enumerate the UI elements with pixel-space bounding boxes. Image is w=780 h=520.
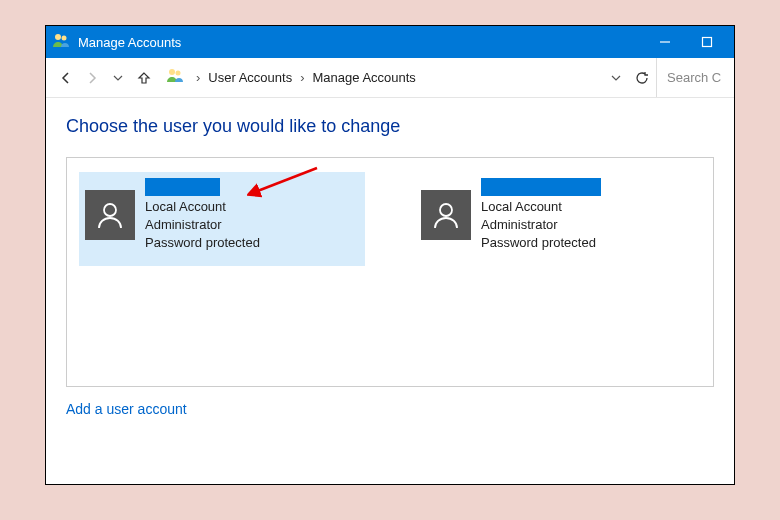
- titlebar: Manage Accounts: [46, 26, 734, 58]
- users-panel: Local Account Administrator Password pro…: [66, 157, 714, 387]
- window-title: Manage Accounts: [78, 35, 181, 50]
- address-dropdown-icon[interactable]: [604, 66, 628, 90]
- breadcrumb-user-accounts[interactable]: User Accounts: [208, 70, 292, 85]
- refresh-button[interactable]: [630, 66, 654, 90]
- svg-point-0: [55, 34, 61, 40]
- account-type: Local Account: [145, 198, 260, 216]
- account-role: Administrator: [481, 216, 601, 234]
- svg-point-7: [440, 204, 452, 216]
- avatar: [421, 190, 471, 240]
- user-details: Local Account Administrator Password pro…: [481, 178, 601, 260]
- navbar: › User Accounts › Manage Accounts Search…: [46, 58, 734, 98]
- search-input[interactable]: Search C: [656, 58, 726, 97]
- svg-point-4: [169, 69, 175, 75]
- user-tile[interactable]: Local Account Administrator Password pro…: [79, 172, 365, 266]
- back-button[interactable]: [54, 66, 78, 90]
- user-details: Local Account Administrator Password pro…: [145, 178, 260, 260]
- users-location-icon: [166, 67, 184, 88]
- chevron-right-icon: ›: [196, 70, 200, 85]
- svg-point-5: [176, 71, 181, 76]
- forward-button[interactable]: [80, 66, 104, 90]
- account-type: Local Account: [481, 198, 601, 216]
- avatar: [85, 190, 135, 240]
- maximize-button[interactable]: [686, 26, 728, 58]
- minimize-button[interactable]: [644, 26, 686, 58]
- chevron-right-icon: ›: [300, 70, 304, 85]
- user-name-redacted: [481, 178, 601, 196]
- password-status: Password protected: [481, 234, 601, 252]
- content-area: Choose the user you would like to change…: [46, 98, 734, 484]
- svg-point-1: [62, 35, 67, 40]
- account-role: Administrator: [145, 216, 260, 234]
- password-status: Password protected: [145, 234, 260, 252]
- up-button[interactable]: [132, 66, 156, 90]
- users-icon: [52, 32, 70, 53]
- user-tile[interactable]: Local Account Administrator Password pro…: [415, 172, 701, 266]
- page-title: Choose the user you would like to change: [66, 116, 714, 137]
- user-name-redacted: [145, 178, 220, 196]
- window: Manage Accounts ›: [45, 25, 735, 485]
- breadcrumb-manage-accounts[interactable]: Manage Accounts: [313, 70, 416, 85]
- svg-rect-3: [703, 38, 712, 47]
- svg-point-6: [104, 204, 116, 216]
- add-user-link[interactable]: Add a user account: [66, 401, 714, 417]
- recent-dropdown-icon[interactable]: [106, 66, 130, 90]
